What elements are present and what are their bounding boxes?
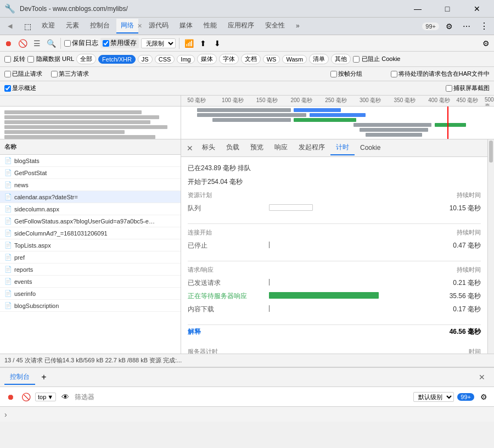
- file-item-getfollowstatus[interactable]: 📄 GetFollowStatus.aspx?blogUserGuid=a97a…: [0, 215, 181, 227]
- detail-tab-payload[interactable]: 负载: [221, 141, 245, 155]
- chip-js[interactable]: JS: [138, 55, 153, 64]
- console-filter-input[interactable]: [75, 393, 410, 401]
- blocked-requests-checkbox[interactable]: 已阻止请求: [4, 70, 42, 78]
- chip-font[interactable]: 字体: [219, 54, 239, 64]
- record-button[interactable]: ⏺: [2, 37, 14, 49]
- search-button[interactable]: 🔍: [45, 37, 57, 49]
- file-item-userinfo[interactable]: 📄 userinfo: [0, 288, 181, 300]
- file-item-blogsubscription[interactable]: 📄 blogSubscription: [0, 300, 181, 312]
- invert-checkbox[interactable]: [4, 56, 11, 63]
- chip-doc[interactable]: 文档: [241, 54, 261, 64]
- file-item-getpoststat[interactable]: 📄 GetPostStat: [0, 167, 181, 179]
- console-record-button[interactable]: ⏺: [4, 391, 16, 403]
- tab-close-network[interactable]: ✕: [137, 23, 142, 30]
- customize-button[interactable]: ⋯: [459, 19, 474, 34]
- file-icon: 📄: [4, 157, 12, 164]
- file-item-toplists[interactable]: 📄 TopLists.aspx: [0, 239, 181, 251]
- request-sent-label: 已发送请求: [188, 278, 265, 288]
- download-row: 内容下载 0.17 毫秒: [188, 303, 481, 316]
- include-pending-checkbox[interactable]: 将待处理的请求包含在HAR文件中: [391, 70, 490, 78]
- total-row: 解释 46.56 毫秒: [188, 324, 481, 339]
- console-settings-button[interactable]: ⚙: [478, 391, 490, 403]
- hide-data-url-checkbox[interactable]: [27, 56, 34, 63]
- throttle-select[interactable]: 无限制: [141, 38, 176, 48]
- settings-button[interactable]: ⚙: [441, 19, 457, 34]
- status-bar: 13 / 45 次请求 已传输14.3 kB/569 kB 22.7 kB /8…: [0, 354, 494, 367]
- file-item-sidecolumn[interactable]: 📄 sidecolumn.aspx: [0, 203, 181, 215]
- maximize-button[interactable]: □: [435, 0, 460, 18]
- file-icon: 📄: [4, 229, 12, 237]
- console-clear-button[interactable]: 🚫: [20, 391, 32, 403]
- network-settings-button[interactable]: ⚙: [480, 37, 492, 49]
- back-button[interactable]: ◀: [2, 19, 18, 34]
- context-selector[interactable]: top ▼: [35, 393, 56, 401]
- expand-arrow[interactable]: ›: [4, 410, 7, 419]
- console-close-button[interactable]: ✕: [474, 369, 490, 385]
- file-icon: 📄: [4, 217, 12, 225]
- console-tab[interactable]: 控制台: [4, 370, 35, 385]
- file-item-news[interactable]: 📄 news: [0, 179, 181, 191]
- group-by-frame-checkbox[interactable]: 按帧分组: [330, 70, 362, 78]
- minimize-button[interactable]: —: [405, 0, 430, 18]
- file-item-calendar[interactable]: 📄 calendar.aspx?dateStr=: [0, 191, 181, 203]
- file-item-sidecolumnad[interactable]: 📄 sideColumnAd?_=1681031206091: [0, 227, 181, 239]
- titlebar: 🔧 DevTools - www.cnblogs.com/mylibs/ — □…: [0, 0, 494, 18]
- tab-more[interactable]: »: [291, 20, 304, 33]
- detail-scrollbar[interactable]: [487, 139, 494, 354]
- tab-sources[interactable]: 源代码: [144, 19, 173, 33]
- chip-manifest[interactable]: 清单: [309, 54, 329, 64]
- export-button[interactable]: ⬇: [211, 37, 223, 49]
- connection-header: 连接开始 持续时间: [188, 228, 481, 237]
- tab-performance[interactable]: 性能: [199, 19, 221, 33]
- file-item-pref[interactable]: 📄 pref: [0, 251, 181, 264]
- detail-tab-cookie[interactable]: Cookie: [355, 142, 386, 155]
- file-item-reports[interactable]: 📄 reports: [0, 264, 181, 276]
- file-item-blogstats[interactable]: 📄 blogStats: [0, 155, 181, 167]
- stalled-duration: 0.47 毫秒: [453, 241, 481, 250]
- tab-welcome[interactable]: 欢迎: [37, 19, 59, 33]
- chip-wasm[interactable]: Wasm: [282, 55, 307, 64]
- tab-application[interactable]: 应用程序: [223, 19, 259, 33]
- detail-tab-preview[interactable]: 预览: [245, 141, 269, 155]
- detail-tab-initiator[interactable]: 发起程序: [293, 141, 330, 155]
- tab-media[interactable]: 媒体: [175, 19, 197, 33]
- wifi-button[interactable]: 📶: [183, 37, 195, 49]
- chip-media[interactable]: 媒体: [197, 54, 217, 64]
- mark-300ms: 300 毫秒: [360, 97, 381, 104]
- chip-ws[interactable]: WS: [263, 55, 280, 64]
- tab-elements[interactable]: 元素: [61, 19, 83, 33]
- log-level-select[interactable]: 默认级别: [413, 392, 454, 402]
- mark-150ms: 150 毫秒: [256, 97, 278, 104]
- download-label: 内容下载: [188, 305, 265, 314]
- divider-1: [188, 223, 481, 224]
- show-overview-checkbox[interactable]: 显示概述: [4, 84, 36, 92]
- tab-security[interactable]: 安全性: [261, 19, 289, 33]
- chip-other[interactable]: 其他: [331, 54, 351, 64]
- more-tools-button[interactable]: ⋮: [476, 19, 492, 34]
- preserve-log-checkbox[interactable]: 保留日志: [64, 38, 98, 48]
- stalled-label: 已停止: [188, 241, 265, 250]
- disable-cache-checkbox[interactable]: 禁用缓存: [100, 38, 139, 48]
- chip-all[interactable]: 全部: [76, 54, 96, 64]
- third-party-checkbox[interactable]: 第三方请求: [51, 70, 89, 78]
- detail-tab-headers[interactable]: 标头: [197, 141, 221, 155]
- waterfall-area: [0, 107, 494, 139]
- chip-fetch-xhr[interactable]: Fetch/XHR: [98, 55, 136, 64]
- filter-icon-button[interactable]: ☰: [31, 37, 43, 49]
- chip-img[interactable]: Img: [177, 55, 194, 64]
- console-eye-button[interactable]: 👁: [59, 391, 71, 403]
- detail-tab-response[interactable]: 响应: [269, 141, 293, 155]
- close-button[interactable]: ✕: [464, 0, 490, 18]
- capture-screenshots-checkbox[interactable]: 捕获屏幕截图: [446, 84, 490, 92]
- tab-network[interactable]: 网络: [116, 19, 138, 33]
- clear-button[interactable]: 🚫: [16, 37, 29, 49]
- import-button[interactable]: ⬆: [197, 37, 209, 49]
- detail-tab-timing[interactable]: 计时: [330, 141, 355, 155]
- chip-css[interactable]: CSS: [155, 55, 175, 64]
- tab-console[interactable]: 控制台: [86, 19, 114, 33]
- blocked-cookies-checkbox[interactable]: [353, 56, 360, 63]
- file-item-events[interactable]: 📄 events: [0, 276, 181, 288]
- add-console-button[interactable]: +: [37, 371, 50, 384]
- inspect-button[interactable]: ⬚: [20, 19, 35, 34]
- detail-close-button[interactable]: ✕: [183, 142, 197, 155]
